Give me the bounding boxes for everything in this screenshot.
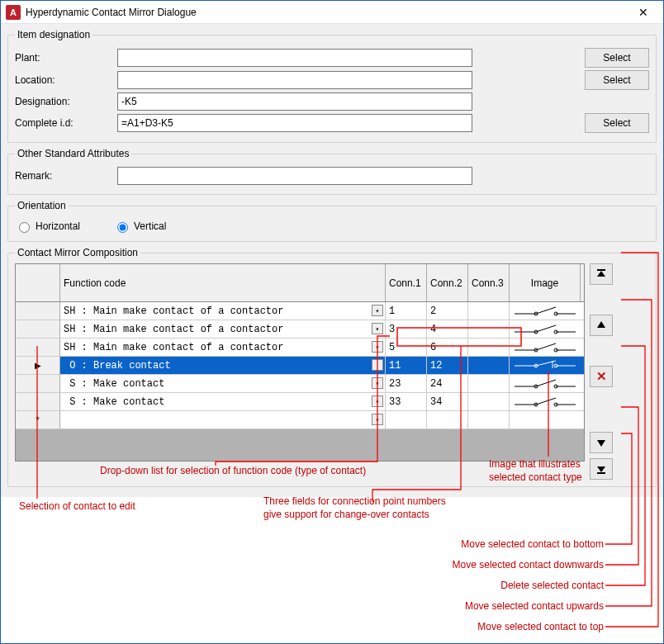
conn2-cell[interactable]: 24 [427,375,468,392]
contact-symbol [510,411,581,429]
move-top-button[interactable] [590,263,613,285]
conn2-cell[interactable] [427,411,468,429]
conn3-cell[interactable] [468,375,510,392]
contact-symbol [510,339,581,356]
table-row-new[interactable]: *▾ [16,411,584,429]
chevron-down-icon[interactable]: ▾ [372,323,383,334]
table-row[interactable]: ▶ O : Break contact▾1112 [16,357,584,375]
chevron-down-icon[interactable]: ▾ [372,377,383,389]
horizontal-radio[interactable] [19,222,30,233]
move-bottom-button[interactable] [590,458,613,480]
row-selector[interactable] [16,339,60,356]
ann-image-2: selected contact type [489,471,582,483]
chevron-down-icon[interactable]: ▾ [372,341,383,353]
table-row[interactable]: SH : Main make contact of a contactor▾34 [16,320,584,339]
conn2-cell[interactable]: 12 [427,357,468,374]
location-select-button[interactable]: Select [585,70,649,90]
conn2-cell[interactable]: 2 [427,302,468,320]
table-row[interactable]: SH : Main make contact of a contactor▾56 [16,339,584,357]
titlebar: A Hyperdynamic Contact Mirror Dialogue ✕ [1,1,663,24]
table-row[interactable]: S : Make contact▾3334 [16,393,584,411]
chevron-down-icon[interactable]: ▾ [372,414,383,425]
svg-marker-33 [597,321,605,328]
orientation-group: Orientation Horizontal Vertical [7,200,657,242]
conn1-cell[interactable]: 3 [386,320,427,338]
ann-selection: Selection of contact to edit [19,500,135,512]
ann-move-up: Move selected contact upwards [315,600,604,612]
vertical-radio[interactable] [117,222,128,233]
conn3-cell[interactable] [468,302,510,320]
delete-button[interactable]: ✕ [590,366,613,387]
move-up-button[interactable] [590,315,613,336]
horizontal-radio-label[interactable]: Horizontal [15,220,80,233]
dialog-title: Hyperdynamic Contact Mirror Dialogue [26,7,627,18]
other-attributes-legend: Other Standard Attributes [15,148,131,159]
function-code-cell[interactable]: SH : Main make contact of a contactor▾ [60,302,386,320]
chevron-down-icon[interactable]: ▾ [372,305,383,316]
composition-group: Contact Mirror Composition Function code… [7,247,657,487]
conn2-cell[interactable]: 34 [427,393,468,410]
row-selector[interactable]: * [16,411,60,429]
table-row[interactable]: SH : Main make contact of a contactor▾12 [16,302,584,320]
complete-id-select-button[interactable]: Select [585,113,649,133]
row-selector[interactable] [16,393,60,410]
contact-symbol [510,393,581,410]
conn3-cell[interactable] [468,357,510,374]
complete-id-field[interactable] [117,114,472,132]
col-conn2: Conn.2 [427,264,468,301]
plant-select-button[interactable]: Select [585,48,649,68]
contact-symbol [510,320,581,338]
plant-field[interactable] [117,49,472,67]
orientation-legend: Orientation [15,200,69,211]
other-attributes-group: Other Standard Attributes Remark: [7,148,657,195]
function-code-cell[interactable]: SH : Main make contact of a contactor▾ [60,339,386,356]
svg-marker-35 [597,466,605,472]
conn3-cell[interactable] [468,339,510,356]
ann-move-down: Move selected contact downwards [315,559,604,571]
conn3-cell[interactable] [468,393,510,410]
conn1-cell[interactable]: 23 [386,375,427,392]
ann-dropdown: Drop-down list for selection of function… [100,465,366,476]
item-designation-group: Item designation Plant: Select Location:… [7,29,657,143]
chevron-down-icon[interactable]: ▾ [372,359,383,371]
row-selector[interactable]: ▶ [16,357,60,374]
vertical-radio-label[interactable]: Vertical [113,220,166,233]
conn2-cell[interactable]: 4 [427,320,468,338]
function-code-cell[interactable]: ▾ [60,411,386,429]
conn3-cell[interactable] [468,320,510,338]
remark-label: Remark: [15,170,112,182]
svg-line-11 [536,343,556,350]
conn2-cell[interactable]: 6 [427,339,468,356]
conn1-cell[interactable]: 1 [386,302,427,320]
chevron-down-icon[interactable]: ▾ [372,395,383,407]
col-function-code: Function code [60,264,386,301]
function-code-cell[interactable]: O : Break contact▾ [60,357,386,374]
dialog-body: Item designation Plant: Select Location:… [1,24,663,497]
function-code-cell[interactable]: S : Make contact▾ [60,375,386,392]
contact-symbol [510,357,581,374]
remark-field[interactable] [117,167,472,185]
conn1-cell[interactable]: 5 [386,339,427,356]
function-code-cell[interactable]: S : Make contact▾ [60,393,386,410]
svg-marker-31 [597,271,605,277]
ann-move-bottom: Move selected contact to bottom [315,538,604,550]
svg-line-6 [536,325,556,332]
location-label: Location: [15,74,112,86]
conn1-cell[interactable]: 11 [386,357,427,374]
close-button[interactable]: ✕ [627,3,660,21]
row-selector[interactable] [16,302,60,320]
row-selector[interactable] [16,320,60,338]
row-selector[interactable] [16,375,60,392]
table-row[interactable]: S : Make contact▾2324 [16,375,584,393]
conn1-cell[interactable] [386,411,427,429]
svg-line-22 [536,380,556,386]
composition-legend: Contact Mirror Composition [15,247,140,258]
function-code-cell[interactable]: SH : Main make contact of a contactor▾ [60,320,386,338]
move-down-button[interactable] [590,432,613,453]
conn1-cell[interactable]: 33 [386,393,427,410]
conn3-cell[interactable] [468,411,510,429]
svg-rect-32 [597,269,605,271]
designation-field[interactable] [117,92,472,111]
contact-grid[interactable]: Function code Conn.1 Conn.2 Conn.3 Image… [15,263,585,462]
location-field[interactable] [117,71,472,89]
